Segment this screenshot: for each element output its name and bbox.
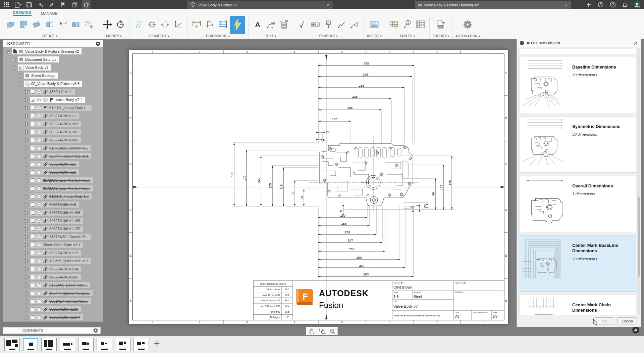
browser-node[interactable]: Document Settings [3,55,103,63]
ribbon-group-label[interactable]: MODIFY ▾ [106,34,122,38]
expand-triangle-icon[interactable] [24,114,29,118]
expand-triangle-icon[interactable] [24,251,29,255]
avatar[interactable] [633,0,641,9]
ribbon-group-label[interactable]: CREATE ▾ [42,34,58,38]
sheet-thumbnail-4[interactable] [60,338,75,351]
eye-icon[interactable] [37,97,41,102]
expand-triangle-icon[interactable] [24,242,29,247]
visibility-checkbox[interactable] [31,138,35,142]
browser-component-row[interactable]: 100mm Spring Plunger... [3,289,103,297]
expand-triangle-icon[interactable] [24,234,29,239]
surface-finish-tool[interactable] [296,17,308,33]
visibility-checkbox[interactable] [31,211,35,215]
text-tool[interactable]: A [252,17,264,33]
base-view-tool[interactable] [4,17,16,33]
visibility-checkbox[interactable] [31,154,35,158]
minus-circle-icon[interactable] [96,41,100,46]
browser-node[interactable]: Valve Body v7 [3,63,103,72]
projected-view-tool[interactable] [17,17,30,33]
visibility-checkbox[interactable] [31,162,35,166]
ribbon-group-label[interactable]: SYMBOLS ▾ [319,34,338,38]
browser-component-row[interactable]: 5111N1_Heavy Duty L... [3,104,103,112]
pdf-export-tool[interactable]: PDF [435,17,447,33]
add-tab-icon[interactable] [584,0,593,9]
browser-component-row[interactable]: 90327A196 v1:15 [3,273,103,281]
visibility-checkbox[interactable] [31,90,35,94]
auto-dimension-card[interactable]: Baseline Dimensions 30 dimensions [520,57,636,113]
rotate-tool[interactable] [114,17,126,33]
copy-icon[interactable] [70,0,79,9]
visibility-checkbox[interactable] [31,130,35,134]
minus-circle-icon[interactable] [520,41,524,45]
ordinate-dimension-tool[interactable]: XY [204,17,216,33]
zoom-icon[interactable] [327,327,337,335]
pan-icon[interactable] [306,327,317,335]
auto-dimension-tool[interactable] [230,16,245,34]
plus-circle-icon[interactable] [93,328,98,333]
ribbon-group-label[interactable]: INSERT ▾ [367,34,382,38]
visibility-checkbox[interactable] [31,203,35,207]
browser-component-row[interactable]: 90327A196 v1:13 [3,249,103,257]
visibility-checkbox[interactable] [31,122,35,126]
notifications-icon[interactable] [621,0,629,9]
redo-icon[interactable] [48,0,56,9]
help-icon[interactable]: ? [608,0,617,9]
expand-triangle-icon[interactable] [24,178,29,183]
visibility-checkbox[interactable] [31,114,35,118]
auto-dimension-card[interactable]: Symmetric Dimensions 30 dimensions [520,116,636,173]
collapse-triangle-icon[interactable] [18,81,22,86]
browser-component-row[interactable]: 31375A22 - Dowell Pi... [3,233,103,241]
ribbon-tab-manage[interactable]: MANAGE [41,11,58,16]
parts-list-tool[interactable] [414,17,426,33]
expand-triangle-icon[interactable] [24,162,29,167]
feature-control-frame-tool[interactable]: .1 [309,17,321,33]
add-sheet-button[interactable]: + [152,339,162,351]
table-tool[interactable] [388,17,400,33]
undo-icon[interactable] [36,0,45,9]
home-icon[interactable] [82,0,91,9]
close-icon[interactable]: × [564,3,568,7]
balloon-tool[interactable]: 1 [401,17,413,33]
expand-triangle-icon[interactable] [24,194,29,199]
dimension-tool[interactable] [191,17,203,33]
datum-tool[interactable]: A [322,17,334,33]
center-pattern-tool[interactable] [159,17,171,33]
browser-component-row[interactable]: 90327A196 v1:82 [3,128,103,136]
history-icon[interactable] [596,0,605,9]
detail-view-tool[interactable]: A [57,17,69,33]
visibility-checkbox[interactable] [31,194,35,198]
browser-component-row[interactable]: 31375A22 - Dowell Pi... [3,144,103,152]
autodesk-badge-icon[interactable] [632,326,640,334]
browser-component-row[interactable]: 2172A65_Low-Profile Fixtu... [3,176,103,184]
browser-component-row[interactable]: 90327A196 v1:170 [3,225,103,233]
save-icon[interactable] [25,0,34,9]
chevron-double-left-icon[interactable] [6,41,10,46]
panel-scrollbar[interactable] [637,48,640,314]
expand-triangle-icon[interactable] [24,170,29,175]
visibility-checkbox[interactable] [31,283,35,287]
auto-dimension-card[interactable]: Center Mark BaseLine Dimensions 30 dimen… [520,235,636,292]
auxiliary-view-tool[interactable] [31,17,43,33]
expand-triangle-icon[interactable] [24,202,29,207]
ribbon-group-label[interactable]: TEXT ▾ [265,34,276,38]
expand-triangle-icon[interactable] [24,307,29,312]
browser-component-row[interactable]: ✓Valve Body v7:1 [3,96,103,104]
move-tool[interactable] [101,17,113,33]
visibility-checkbox[interactable] [31,291,35,295]
browser-component-row[interactable]: 225mm Riser Plate v1:1 [3,152,103,160]
expand-triangle-icon[interactable] [24,267,29,271]
expand-triangle-icon[interactable] [24,146,29,150]
browser-component-row[interactable]: 90327A196 v1:14 [3,265,103,273]
visibility-checkbox[interactable] [31,235,35,239]
leader-text-tool[interactable] [265,17,277,33]
ribbon-group-label[interactable]: EXPORT ▾ [433,34,449,38]
expand-triangle-icon[interactable] [24,138,29,142]
sheet-thumbnail-8[interactable] [133,338,149,351]
visibility-checkbox[interactable] [31,219,35,223]
expand-triangle-icon[interactable] [24,122,29,126]
browser-component-row[interactable]: 90327A196 v1:169 [3,217,103,225]
browser-component-row[interactable]: 35mm Riser Plate v2:1 [3,241,103,249]
break-view-tool[interactable] [70,17,82,33]
crop-view-tool[interactable] [83,17,95,33]
visibility-checkbox[interactable] [31,146,35,150]
